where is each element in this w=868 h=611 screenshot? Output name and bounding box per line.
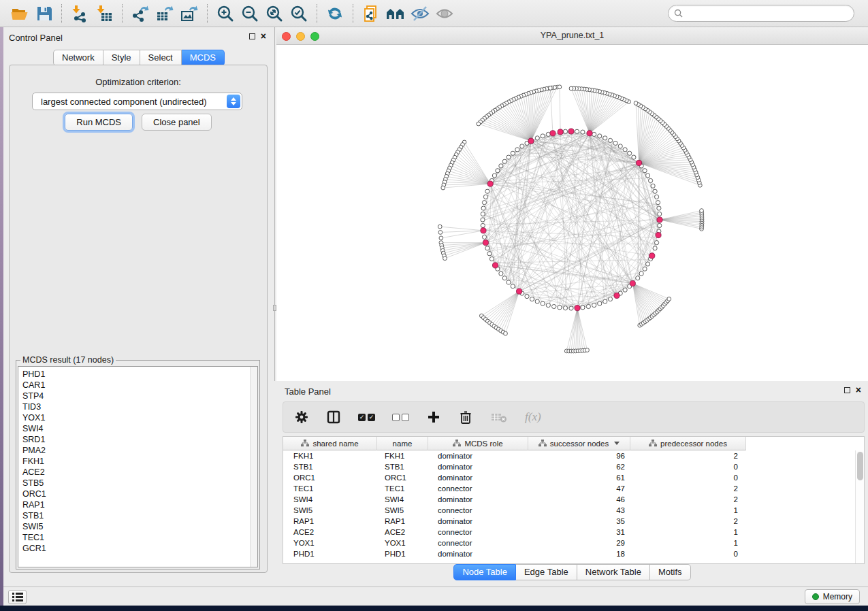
control-panel: Control Panel × NetworkStyleSelectMCDS O… bbox=[3, 27, 273, 587]
mcds-result-item[interactable]: CAR1 bbox=[22, 380, 257, 391]
export-image-icon[interactable] bbox=[179, 3, 199, 24]
deselect-all-icon[interactable] bbox=[392, 409, 409, 425]
tab-style[interactable]: Style bbox=[103, 50, 140, 66]
float-panel-icon[interactable] bbox=[249, 33, 255, 39]
tab-edge-table[interactable]: Edge Table bbox=[516, 564, 577, 580]
tab-node-table[interactable]: Node Table bbox=[453, 564, 516, 580]
mcds-result-item[interactable]: GCR1 bbox=[22, 543, 257, 554]
zoom-selected-icon[interactable] bbox=[289, 3, 309, 24]
table-scrollbar[interactable] bbox=[855, 450, 864, 563]
table-header-row: shared namenameMCDS rolesuccessor nodesp… bbox=[283, 437, 864, 450]
search-input[interactable] bbox=[686, 9, 843, 18]
table-row[interactable]: PHD1PHD1dominator180 bbox=[283, 548, 864, 559]
search-box[interactable] bbox=[668, 5, 854, 22]
tab-mcds[interactable]: MCDS bbox=[182, 50, 225, 66]
column-type-icon bbox=[453, 440, 461, 447]
show-columns-icon[interactable] bbox=[326, 409, 341, 425]
apply-layout-icon[interactable] bbox=[325, 3, 345, 24]
mcds-result-item[interactable]: SWI5 bbox=[22, 521, 257, 532]
add-column-icon[interactable] bbox=[426, 409, 441, 425]
network-view-window: YPA_prune.txt_1 bbox=[276, 27, 868, 381]
table-row[interactable]: TEC1TEC1connector472 bbox=[283, 483, 864, 494]
mcds-result-item[interactable]: SRD1 bbox=[22, 434, 257, 445]
mcds-list-scrollbar[interactable] bbox=[250, 367, 257, 567]
tab-network-table[interactable]: Network Table bbox=[577, 564, 650, 580]
table-row[interactable]: ORC1ORC1dominator610 bbox=[283, 472, 864, 483]
delete-table-icon[interactable] bbox=[490, 409, 508, 425]
import-network-icon[interactable] bbox=[69, 3, 90, 24]
delete-column-icon[interactable] bbox=[458, 409, 473, 425]
mcds-result-item[interactable]: STP4 bbox=[22, 391, 257, 401]
optimization-criterion-select[interactable]: largest connected component (undirected) bbox=[32, 93, 242, 110]
select-all-icon[interactable]: ✓✓ bbox=[358, 409, 375, 425]
first-neighbors-icon[interactable] bbox=[385, 3, 406, 24]
table-scrollbar-thumb[interactable] bbox=[857, 452, 863, 480]
float-table-panel-icon[interactable] bbox=[844, 387, 850, 393]
zoom-out-icon[interactable] bbox=[240, 3, 260, 24]
show-all-icon[interactable] bbox=[434, 3, 455, 24]
table-row[interactable]: ACE2ACE2connector311 bbox=[283, 527, 864, 538]
mcds-result-item[interactable]: STB1 bbox=[22, 510, 257, 521]
tab-motifs[interactable]: Motifs bbox=[650, 564, 691, 580]
mcds-result-item[interactable]: TEC1 bbox=[22, 532, 257, 543]
mcds-result-title: MCDS result (17 nodes) bbox=[20, 355, 116, 365]
close-panel-button[interactable]: Close panel bbox=[142, 114, 212, 131]
column-header-successor-nodes[interactable]: successor nodes bbox=[528, 437, 630, 450]
mcds-result-item[interactable]: FKH1 bbox=[22, 456, 257, 467]
tab-network[interactable]: Network bbox=[53, 50, 103, 66]
close-panel-icon[interactable]: × bbox=[261, 33, 266, 39]
mcds-result-item[interactable]: ACE2 bbox=[22, 467, 257, 478]
table-row[interactable]: STB1STB1dominator620 bbox=[283, 461, 864, 472]
export-network-icon[interactable] bbox=[130, 3, 150, 24]
run-mcds-button[interactable]: Run MCDS bbox=[65, 114, 133, 131]
mcds-result-item[interactable]: YOX1 bbox=[22, 412, 257, 423]
table-cell: 29 bbox=[528, 538, 630, 548]
mcds-result-item[interactable]: SWI4 bbox=[22, 423, 257, 434]
column-type-icon bbox=[649, 440, 657, 447]
export-table-icon[interactable] bbox=[155, 3, 175, 24]
network-window-titlebar[interactable]: YPA_prune.txt_1 bbox=[276, 27, 868, 45]
network-document-icon[interactable] bbox=[361, 3, 381, 24]
table-row[interactable]: SWI4SWI4dominator462 bbox=[283, 494, 864, 505]
table-row[interactable]: YOX1YOX1connector291 bbox=[283, 538, 864, 548]
table-cell: 1 bbox=[630, 527, 746, 538]
mcds-result-item[interactable]: RAP1 bbox=[22, 499, 257, 510]
table-row[interactable]: RAP1RAP1dominator352 bbox=[283, 516, 864, 527]
zoom-fit-icon[interactable] bbox=[264, 3, 285, 24]
column-header-name[interactable]: name bbox=[377, 437, 428, 450]
column-header-shared-name[interactable]: shared name bbox=[283, 437, 377, 450]
import-table-icon[interactable] bbox=[94, 3, 114, 24]
tab-select[interactable]: Select bbox=[140, 50, 182, 66]
mcds-result-list[interactable]: PHD1CAR1STP4TID3YOX1SWI4SRD1PMA2FKH1ACE2… bbox=[18, 366, 258, 567]
mcds-result-item[interactable]: PMA2 bbox=[22, 445, 257, 456]
mcds-result-item[interactable]: STB5 bbox=[22, 478, 257, 489]
table-cell: ORC1 bbox=[377, 472, 428, 483]
function-builder-icon[interactable]: f(x) bbox=[525, 409, 541, 425]
column-header-MCDS-role[interactable]: MCDS role bbox=[428, 437, 528, 450]
memory-button[interactable]: Memory bbox=[805, 589, 860, 604]
hide-selected-icon[interactable] bbox=[410, 3, 430, 24]
network-title: YPA_prune.txt_1 bbox=[276, 31, 868, 40]
table-cell: 0 bbox=[630, 461, 746, 472]
table-panel: Table Panel × bbox=[276, 383, 868, 584]
table-cell: ACE2 bbox=[283, 527, 377, 538]
mcds-result-item[interactable]: ORC1 bbox=[22, 489, 257, 499]
open-file-icon[interactable] bbox=[9, 3, 29, 24]
table-row[interactable]: FKH1FKH1dominator962 bbox=[283, 450, 864, 461]
mcds-result-item[interactable]: TID3 bbox=[22, 401, 257, 412]
mcds-result-item[interactable]: PHD1 bbox=[22, 369, 257, 380]
table-cell: 0 bbox=[630, 472, 746, 483]
table-cell: 35 bbox=[528, 516, 630, 527]
sort-descending-icon bbox=[614, 442, 620, 445]
zoom-in-icon[interactable] bbox=[215, 3, 236, 24]
column-header-predecessor-nodes[interactable]: predecessor nodes bbox=[630, 437, 746, 450]
network-canvas[interactable] bbox=[276, 45, 868, 381]
search-icon bbox=[674, 9, 683, 18]
table-row[interactable]: SWI5SWI5connector431 bbox=[283, 505, 864, 516]
close-table-panel-icon[interactable]: × bbox=[856, 386, 861, 393]
select-stepper-icon bbox=[227, 95, 240, 108]
save-session-icon[interactable] bbox=[33, 3, 54, 24]
mcds-tab-content: Optimization criterion: largest connecte… bbox=[9, 65, 268, 573]
task-history-button[interactable] bbox=[8, 590, 27, 604]
table-settings-icon[interactable] bbox=[294, 409, 309, 425]
